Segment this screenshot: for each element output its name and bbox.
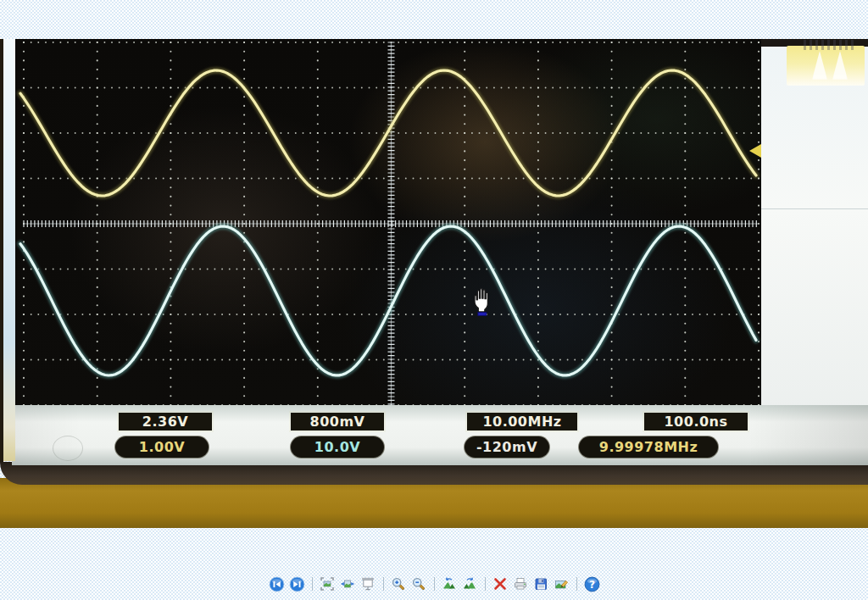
print-button[interactable]	[512, 575, 530, 593]
zoom-out-icon	[411, 576, 426, 592]
help-button[interactable]: ?	[583, 575, 601, 593]
note-reflection	[832, 51, 848, 80]
note-smudge-text	[804, 40, 856, 50]
previous-image-button[interactable]	[268, 575, 286, 593]
scope-graticule	[15, 39, 761, 405]
bezel-glare-left	[3, 39, 15, 461]
slide-show-button[interactable]	[359, 575, 377, 593]
actual-size-icon	[340, 576, 355, 592]
scope-frame-band	[0, 462, 868, 485]
zoom-in-button[interactable]	[390, 575, 408, 593]
measurement-timebase: 100.0ns	[644, 413, 748, 431]
rotate-clockwise-button[interactable]	[461, 575, 479, 593]
svg-text:?: ?	[588, 578, 594, 590]
sticky-note	[787, 46, 865, 86]
readout-trigger-level: -120mV	[465, 436, 549, 458]
bezel-seam	[761, 208, 868, 209]
scope-screen	[15, 39, 761, 405]
scope-bezel-right	[761, 39, 868, 465]
delete-button[interactable]	[492, 575, 509, 593]
table-surface	[0, 478, 868, 528]
trigger-level-marker	[749, 144, 761, 158]
measurement-frequency: 10.00MHz	[467, 413, 577, 431]
ch2-cyan-glow	[20, 226, 756, 375]
edit-button[interactable]	[553, 575, 570, 593]
photo-oscilloscope[interactable]: 2.36V 800mV 10.00MHz 100.0ns 1.00V 10.0V…	[0, 39, 868, 528]
ch2-cyan-trace	[20, 226, 756, 375]
toolbar-separator	[434, 577, 435, 591]
readout-ch2-scale: 10.0V	[291, 436, 384, 458]
rotate-clockwise-icon	[462, 576, 477, 592]
readout-ch1-scale: 1.00V	[115, 436, 209, 458]
best-fit-icon	[320, 576, 335, 592]
photo-left-edge	[0, 39, 3, 462]
save-icon	[533, 576, 548, 592]
readout-counter-frequency: 9.99978MHz	[579, 436, 718, 458]
toolbar-separator	[383, 577, 384, 591]
toolbar-separator	[576, 577, 577, 591]
toolbar-separator	[485, 577, 486, 591]
next-icon	[289, 576, 305, 592]
hand-cursor	[471, 285, 493, 317]
ghost-knob	[53, 436, 83, 461]
best-fit-button[interactable]	[319, 575, 337, 593]
edit-icon	[554, 576, 569, 592]
delete-icon	[492, 576, 508, 592]
print-icon	[513, 576, 528, 592]
note-reflection	[812, 51, 827, 80]
rotate-counterclockwise-button[interactable]	[441, 575, 459, 593]
actual-size-button[interactable]	[339, 575, 357, 593]
save-button[interactable]	[532, 575, 550, 593]
zoom-in-icon	[391, 576, 406, 592]
viewer-toolbar: ?	[0, 574, 868, 594]
previous-icon	[269, 576, 285, 592]
toolbar-separator	[312, 577, 313, 591]
slide-show-icon	[360, 576, 376, 592]
next-image-button[interactable]	[288, 575, 306, 593]
help-icon: ?	[584, 576, 600, 592]
rotate-counterclockwise-icon	[442, 576, 457, 592]
zoom-out-button[interactable]	[410, 575, 428, 593]
measurement-ch2-pkpk: 800mV	[291, 413, 384, 431]
measurement-ch1-pkpk: 2.36V	[119, 413, 212, 431]
